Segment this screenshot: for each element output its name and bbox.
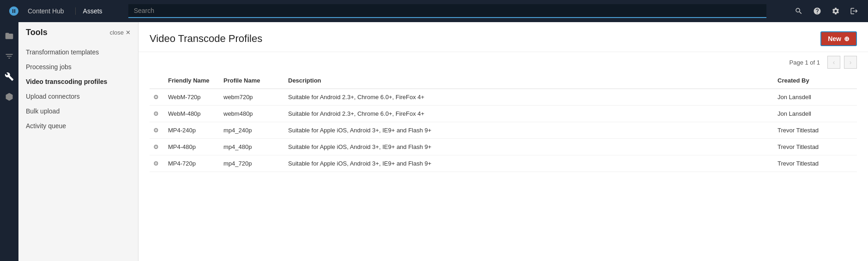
search-input[interactable]: [128, 4, 766, 18]
table-body: ⚙WebM-720pwebm720pSuitable for Android 2…: [150, 89, 857, 172]
description: Suitable for Android 2.3+, Chrome 6.0+, …: [284, 89, 774, 106]
sidebar-item-activity-queue[interactable]: Activity queue: [18, 119, 138, 133]
new-button-label: New: [828, 35, 841, 42]
table-header-row: Friendly NameProfile NameDescriptionCrea…: [150, 72, 857, 89]
sidebar-item-processing-jobs[interactable]: Processing jobs: [18, 59, 138, 74]
help-icon-button[interactable]: [811, 5, 824, 18]
table-col-created-by: Created By: [774, 72, 857, 89]
table-row: ⚙MP4-480pmp4_480pSuitable for Apple iOS,…: [150, 139, 857, 155]
table-row: ⚙MP4-720pmp4_720pSuitable for Apple iOS,…: [150, 155, 857, 172]
created-by: Jon Lansdell: [774, 89, 857, 106]
new-button[interactable]: New ⊕: [820, 31, 857, 46]
app-name: Content Hub: [28, 7, 64, 15]
created-by: Trevor Titlestad: [774, 155, 857, 172]
sidebar-item-transformation-templates[interactable]: Transformation templates: [18, 45, 138, 59]
profile-name: mp4_720p: [220, 155, 284, 172]
profiles-table: Friendly NameProfile NameDescriptionCrea…: [150, 72, 857, 172]
table-col-description: Description: [284, 72, 774, 89]
app-logo[interactable]: [7, 5, 20, 18]
section-name: Assets: [75, 7, 102, 15]
friendly-name: MP4-720p: [164, 155, 220, 172]
sidebar-item-upload-connectors[interactable]: Upload connectors: [18, 89, 138, 104]
close-label: close: [110, 29, 124, 36]
main-layout: Tools close ✕ Transformation templatesPr…: [0, 22, 868, 261]
new-button-plus-icon: ⊕: [844, 35, 850, 42]
settings-icon-button[interactable]: [829, 5, 842, 18]
content-toolbar: Page 1 of 1 ‹ ›: [139, 52, 868, 72]
close-icon: ✕: [126, 29, 131, 36]
sidebar-nav: Transformation templatesProcessing jobsV…: [18, 41, 138, 137]
profile-name: mp4_240p: [220, 122, 284, 139]
iconbar-filter[interactable]: [1, 48, 18, 65]
iconbar-folder[interactable]: [1, 28, 18, 44]
sidebar-item-bulk-upload[interactable]: Bulk upload: [18, 104, 138, 119]
gear-icon[interactable]: ⚙: [150, 155, 164, 172]
table-row: ⚙WebM-720pwebm720pSuitable for Android 2…: [150, 89, 857, 106]
table-col-: [150, 72, 164, 89]
pagination-prev-button[interactable]: ‹: [827, 56, 840, 69]
icon-bar: [0, 22, 18, 261]
pagination-next-button[interactable]: ›: [844, 56, 857, 69]
friendly-name: MP4-480p: [164, 139, 220, 155]
sidebar-close-button[interactable]: close ✕: [110, 29, 131, 36]
created-by: Trevor Titlestad: [774, 139, 857, 155]
search-icon-button[interactable]: [792, 5, 805, 18]
top-navigation: Content Hub Assets: [0, 0, 868, 22]
gear-icon[interactable]: ⚙: [150, 106, 164, 122]
page-title: Video Transcode Profiles: [150, 33, 262, 45]
description: Suitable for Android 2.3+, Chrome 6.0+, …: [284, 106, 774, 122]
profile-name: mp4_480p: [220, 139, 284, 155]
gear-icon[interactable]: ⚙: [150, 89, 164, 106]
table-head: Friendly NameProfile NameDescriptionCrea…: [150, 72, 857, 89]
description: Suitable for Apple iOS, Android 3+, IE9+…: [284, 155, 774, 172]
friendly-name: WebM-720p: [164, 89, 220, 106]
table-container: Friendly NameProfile NameDescriptionCrea…: [139, 72, 868, 261]
iconbar-tools[interactable]: [1, 68, 18, 85]
profile-name: webm720p: [220, 89, 284, 106]
sidebar-item-video-transcoding-profiles[interactable]: Video transcoding profiles: [18, 74, 138, 89]
content-area: Video Transcode Profiles New ⊕ Page 1 of…: [139, 22, 868, 261]
table-col-friendly-name: Friendly Name: [164, 72, 220, 89]
table-row: ⚙MP4-240pmp4_240pSuitable for Apple iOS,…: [150, 122, 857, 139]
profile-name: webm480p: [220, 106, 284, 122]
gear-icon[interactable]: ⚙: [150, 122, 164, 139]
gear-icon[interactable]: ⚙: [150, 139, 164, 155]
iconbar-box[interactable]: [1, 89, 18, 105]
table-row: ⚙WebM-480pwebm480pSuitable for Android 2…: [150, 106, 857, 122]
content-header: Video Transcode Profiles New ⊕: [139, 22, 868, 52]
pagination-info: Page 1 of 1: [790, 59, 820, 66]
nav-icons: [792, 5, 861, 18]
logout-icon-button[interactable]: [848, 5, 861, 18]
sidebar: Tools close ✕ Transformation templatesPr…: [18, 22, 139, 261]
sidebar-title: Tools: [26, 28, 48, 37]
friendly-name: WebM-480p: [164, 106, 220, 122]
table-col-profile-name: Profile Name: [220, 72, 284, 89]
description: Suitable for Apple iOS, Android 3+, IE9+…: [284, 139, 774, 155]
friendly-name: MP4-240p: [164, 122, 220, 139]
description: Suitable for Apple iOS, Android 3+, IE9+…: [284, 122, 774, 139]
sidebar-header: Tools close ✕: [18, 22, 138, 41]
created-by: Jon Lansdell: [774, 106, 857, 122]
created-by: Trevor Titlestad: [774, 122, 857, 139]
